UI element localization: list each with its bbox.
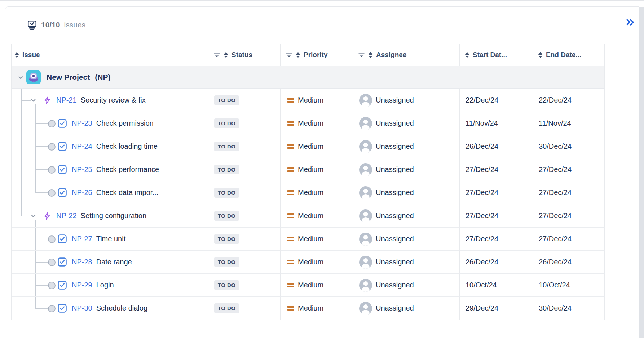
issue-row[interactable]: NP-21 Security review & fix TO DO Medium — [12, 89, 605, 112]
assignee-avatar — [359, 256, 372, 269]
issue-row[interactable]: NP-27 Time unit TO DO Medium Unassign — [12, 228, 605, 251]
start-date[interactable]: 22/Dec/24 — [466, 96, 498, 104]
priority-medium-icon — [287, 213, 294, 218]
issue-row[interactable]: NP-23 Check permission TO DO Medium U — [12, 112, 605, 135]
status-badge[interactable]: TO DO — [214, 118, 239, 128]
issue-title: Schedule dialog — [96, 304, 147, 312]
sort-icon[interactable] — [224, 52, 228, 58]
chevron-down-icon[interactable] — [18, 74, 24, 81]
filter-icon[interactable] — [213, 52, 220, 58]
priority-label: Medium — [298, 212, 323, 220]
issue-row[interactable]: NP-30 Schedule dialog TO DO Medium Un — [12, 297, 605, 320]
sort-icon[interactable] — [465, 52, 469, 58]
tree-node-handle[interactable] — [48, 189, 56, 197]
start-date[interactable]: 11/Nov/24 — [466, 119, 498, 127]
cell-status: TO DO — [208, 181, 281, 204]
issue-key-link[interactable]: NP-23 — [72, 119, 92, 127]
issue-key-link[interactable]: NP-30 — [72, 304, 92, 312]
column-header-status[interactable]: Status — [208, 44, 281, 66]
panel-splitter[interactable] — [639, 7, 644, 338]
end-date[interactable]: 22/Dec/24 — [539, 96, 572, 104]
column-header-priority[interactable]: Priority — [281, 44, 353, 66]
tree-node-handle[interactable] — [48, 259, 56, 266]
end-date[interactable]: 27/Dec/24 — [539, 188, 572, 197]
filter-icon[interactable] — [286, 52, 292, 58]
chevron-down-icon[interactable] — [30, 213, 36, 219]
column-header-issue[interactable]: Issue — [12, 44, 208, 66]
issue-key-link[interactable]: NP-26 — [72, 188, 92, 197]
sort-icon[interactable] — [296, 52, 300, 58]
status-badge[interactable]: TO DO — [214, 95, 239, 105]
tree-node-handle[interactable] — [48, 235, 56, 243]
tree-node-handle[interactable] — [48, 120, 56, 127]
issue-row[interactable]: NP-28 Date range TO DO Medium Unassig — [12, 251, 605, 274]
start-date[interactable]: 27/Dec/24 — [466, 212, 498, 220]
end-date[interactable]: 11/Nov/24 — [539, 119, 571, 127]
cell-issue: NP-25 Check performance — [12, 158, 208, 181]
start-date[interactable]: 26/Dec/24 — [466, 142, 498, 151]
issue-row[interactable]: NP-26 Check data impor... TO DO Medium — [12, 181, 605, 204]
cell-start-date: 29/Dec/24 — [460, 297, 533, 320]
project-row[interactable]: New Project (NP) — [12, 66, 605, 89]
issue-key-link[interactable]: NP-27 — [72, 235, 92, 243]
status-badge[interactable]: TO DO — [214, 280, 239, 290]
end-date[interactable]: 30/Dec/24 — [539, 304, 572, 312]
end-date[interactable]: 26/Dec/24 — [539, 258, 572, 266]
cell-end-date: 10/Oct/24 — [533, 274, 605, 297]
status-badge[interactable]: TO DO — [214, 257, 239, 267]
status-badge[interactable]: TO DO — [214, 165, 239, 174]
assignee-label: Unassigned — [376, 212, 414, 220]
status-badge[interactable]: TO DO — [214, 211, 239, 221]
status-badge[interactable]: TO DO — [214, 234, 239, 244]
cell-priority: Medium — [281, 274, 353, 297]
issue-row[interactable]: NP-29 Login TO DO Medium Unassigned — [12, 274, 605, 297]
issues-board-icon — [27, 20, 37, 30]
cell-status: TO DO — [208, 135, 281, 158]
start-date[interactable]: 29/Dec/24 — [466, 304, 498, 312]
end-date[interactable]: 27/Dec/24 — [539, 235, 572, 243]
column-header-end-date[interactable]: End Date... — [533, 44, 605, 66]
status-badge[interactable]: TO DO — [214, 188, 239, 198]
issue-row[interactable]: NP-25 Check performance TO DO Medium — [12, 158, 605, 181]
sort-icon[interactable] — [538, 52, 543, 58]
expand-panel-button[interactable] — [624, 16, 636, 28]
end-date[interactable]: 27/Dec/24 — [539, 165, 572, 174]
cell-issue: NP-26 Check data impor... — [12, 181, 208, 204]
cell-issue: NP-23 Check permission — [12, 112, 208, 135]
filter-icon[interactable] — [358, 52, 365, 58]
start-date[interactable]: 26/Dec/24 — [466, 258, 498, 266]
tree-node-handle[interactable] — [48, 305, 56, 312]
cell-assignee: Unassigned — [353, 251, 460, 274]
status-badge[interactable]: TO DO — [214, 142, 239, 151]
priority-medium-icon — [287, 237, 294, 241]
sort-icon[interactable] — [14, 52, 19, 58]
tree-connector — [35, 123, 49, 124]
issue-key-link[interactable]: NP-24 — [72, 142, 92, 151]
tree-node-handle[interactable] — [48, 282, 56, 289]
priority-medium-icon — [287, 260, 294, 264]
tree-node-handle[interactable] — [48, 143, 56, 151]
end-date[interactable]: 30/Dec/24 — [539, 142, 572, 151]
assignee-label: Unassigned — [376, 258, 414, 266]
issue-key-link[interactable]: NP-21 — [56, 96, 77, 104]
start-date[interactable]: 27/Dec/24 — [466, 235, 498, 243]
assignee-avatar — [359, 279, 372, 292]
start-date[interactable]: 27/Dec/24 — [466, 165, 498, 174]
chevron-down-icon[interactable] — [30, 97, 36, 103]
sort-icon[interactable] — [368, 52, 373, 58]
status-badge[interactable]: TO DO — [214, 303, 239, 313]
column-header-assignee[interactable]: Assignee — [353, 44, 460, 66]
issue-row[interactable]: NP-24 Check loading time TO DO Medium — [12, 135, 605, 158]
task-issue-type-icon — [58, 304, 67, 313]
issue-key-link[interactable]: NP-25 — [72, 165, 92, 174]
issue-row[interactable]: NP-22 Setting configuration TO DO Medium — [12, 204, 605, 228]
issue-key-link[interactable]: NP-29 — [72, 281, 92, 289]
start-date[interactable]: 27/Dec/24 — [466, 188, 498, 197]
tree-node-handle[interactable] — [48, 166, 56, 174]
column-header-start-date[interactable]: Start Dat... — [460, 44, 533, 66]
issue-key-link[interactable]: NP-28 — [72, 258, 92, 266]
start-date[interactable]: 10/Oct/24 — [466, 281, 497, 289]
issue-key-link[interactable]: NP-22 — [56, 212, 77, 220]
end-date[interactable]: 27/Dec/24 — [539, 212, 572, 220]
end-date[interactable]: 10/Oct/24 — [539, 281, 570, 289]
